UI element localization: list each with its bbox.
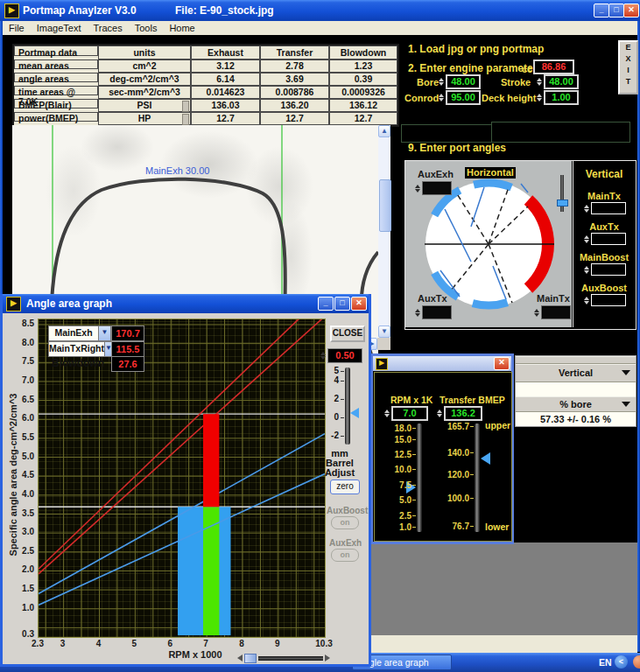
port-entry-label: MainTx <box>573 191 635 201</box>
x-scroll-slider[interactable] <box>237 654 330 662</box>
bore-spinner[interactable]: 48.00 <box>438 74 481 89</box>
rpm-value[interactable]: 7.0 <box>391 406 428 421</box>
scrollbar-thumb[interactable] <box>379 179 391 232</box>
series1-angle-value[interactable]: 170.7 <box>111 326 144 341</box>
bmep-spinner[interactable]: 136.2 <box>436 406 482 421</box>
menu-imagetext[interactable]: ImageText <box>31 22 88 34</box>
cc-value[interactable]: 86.86 <box>533 60 574 74</box>
bmep-slider-pointer[interactable] <box>481 452 490 465</box>
port-entry-value-box[interactable] <box>591 294 626 306</box>
spinner-arrows-icon[interactable] <box>536 78 544 86</box>
maintx-value-box[interactable] <box>541 305 571 319</box>
graph-titlebar[interactable]: ▶ Angle area graph _ □ ✕ <box>3 294 369 313</box>
spinner-arrows-icon[interactable] <box>414 185 422 192</box>
conrod-spinner[interactable]: 95.00 <box>438 90 481 105</box>
deck-height-spinner[interactable]: 1.00 <box>536 90 579 105</box>
maintx-spinner[interactable] <box>533 305 571 319</box>
auxboost-on-button[interactable]: on <box>331 516 359 529</box>
tab-left[interactable] <box>401 124 493 143</box>
bore-dropdown[interactable]: % bore <box>516 396 636 412</box>
close-button[interactable]: ✕ <box>623 4 639 18</box>
spinner-arrows-icon[interactable] <box>438 94 446 102</box>
menu-file[interactable]: File <box>3 22 31 34</box>
menu-traces[interactable]: Traces <box>87 22 128 34</box>
conrod-value[interactable]: 95.00 <box>446 90 481 105</box>
language-indicator[interactable]: EN <box>599 657 612 668</box>
bmep-tick-label: 120.0 <box>441 470 469 480</box>
scroll-up-icon[interactable]: ▲ <box>378 125 390 137</box>
spinner-arrows-icon[interactable] <box>414 309 422 317</box>
spinner-arrows-icon[interactable] <box>533 309 541 317</box>
circle-slider-thumb[interactable] <box>557 200 568 206</box>
unit-scrollbar[interactable] <box>182 101 189 112</box>
auxexh-on-button[interactable]: on <box>331 549 359 562</box>
bmep-value[interactable]: 136.2 <box>444 406 482 421</box>
stroke-value[interactable]: 48.00 <box>544 74 579 89</box>
rpm-window-titlebar[interactable]: ▶ ✕ <box>373 356 511 371</box>
series2-dropdown[interactable]: MainTxRight ▼ <box>48 341 111 357</box>
rpm-slider[interactable] <box>417 424 422 532</box>
auxexh-value-box[interactable] <box>422 181 452 195</box>
tab-right[interactable] <box>491 122 630 143</box>
spinner-arrows-icon[interactable] <box>438 78 446 86</box>
slider-thumb[interactable] <box>244 654 257 663</box>
table-cell: deg-cm^2/cm^3 <box>98 73 191 86</box>
minimize-button[interactable]: _ <box>594 4 609 18</box>
menu-tools[interactable]: Tools <box>129 22 164 34</box>
deck-height-value[interactable]: 1.00 <box>544 90 579 105</box>
barrel-offset-value[interactable]: 0.50 <box>327 348 362 363</box>
barrel-offset-spinner[interactable]: 0.50 <box>320 348 362 363</box>
rpm-tick-label: 5.0 <box>387 495 411 505</box>
bmep-tick-label: 100.0 <box>441 494 469 503</box>
spinner-arrows-icon[interactable] <box>383 410 391 417</box>
hide-icons-icon[interactable]: < <box>615 655 628 668</box>
barrel-slider[interactable] <box>345 368 350 444</box>
auxexh-spinner[interactable] <box>414 181 452 195</box>
port-entry-value-box[interactable] <box>591 263 626 276</box>
stroke-spinner[interactable]: 48.00 <box>536 74 579 89</box>
mainboost-spinner[interactable] <box>573 263 635 276</box>
spinner-arrows-icon[interactable] <box>583 235 591 243</box>
spinner-arrows-icon[interactable] <box>436 410 444 417</box>
spinner-arrows-icon[interactable] <box>320 352 327 360</box>
series2-angle-value[interactable]: 115.5 <box>111 341 144 357</box>
bmep-slider[interactable] <box>475 424 480 532</box>
series1-dropdown[interactable]: MainExh ▼ <box>48 326 111 341</box>
spinner-arrows-icon[interactable] <box>583 266 591 274</box>
auxtx-value-box[interactable] <box>422 305 452 319</box>
blowdown-value[interactable]: 27.6 <box>111 356 144 372</box>
tray-icon[interactable] <box>633 655 640 668</box>
spinner-arrows-icon[interactable] <box>536 94 544 102</box>
auxtx-spinner[interactable] <box>414 305 452 319</box>
maximize-button[interactable]: □ <box>334 297 350 311</box>
spinner-arrows-icon[interactable] <box>583 205 591 213</box>
port-entry-value-box[interactable] <box>591 202 626 214</box>
bore-value[interactable]: 48.00 <box>446 74 481 89</box>
y-tick-label: 3.0 <box>10 527 34 536</box>
zero-button[interactable]: zero <box>330 480 360 494</box>
table-cell: cm^2 <box>98 60 191 73</box>
vertical-dropdown[interactable]: Vertical <box>516 364 636 382</box>
unit-scrollbar[interactable] <box>182 114 189 125</box>
graph-close-button[interactable]: CLOSE <box>330 326 365 342</box>
slider-left-icon[interactable] <box>237 654 243 662</box>
maximize-button[interactable]: □ <box>608 4 624 18</box>
menu-home[interactable]: Home <box>163 22 200 34</box>
auxtx-spinner[interactable] <box>573 233 635 245</box>
maintx-spinner[interactable] <box>573 202 635 214</box>
port-entry-label: AuxBoost <box>573 283 635 293</box>
rpm-spinner[interactable]: 7.0 <box>383 406 428 421</box>
spinner-arrows-icon[interactable] <box>583 297 591 304</box>
port-entry-value-box[interactable] <box>591 233 626 245</box>
main-titlebar[interactable]: ▶ Portmap Anaylzer V3.0 File: E-90_stock… <box>0 0 640 21</box>
exit-button[interactable]: E X I T <box>618 40 638 94</box>
y-tick-label: 6.5 <box>10 395 34 404</box>
scroll-down-icon[interactable]: ▼ <box>378 326 390 338</box>
close-button[interactable]: ✕ <box>494 357 510 370</box>
minimize-button[interactable]: _ <box>318 297 334 311</box>
close-button[interactable]: ✕ <box>351 297 367 311</box>
barrel-slider-pointer[interactable] <box>350 408 359 418</box>
slider-track[interactable] <box>258 656 323 661</box>
auxboost-spinner[interactable] <box>573 294 635 306</box>
slider-right-icon[interactable] <box>325 654 330 662</box>
